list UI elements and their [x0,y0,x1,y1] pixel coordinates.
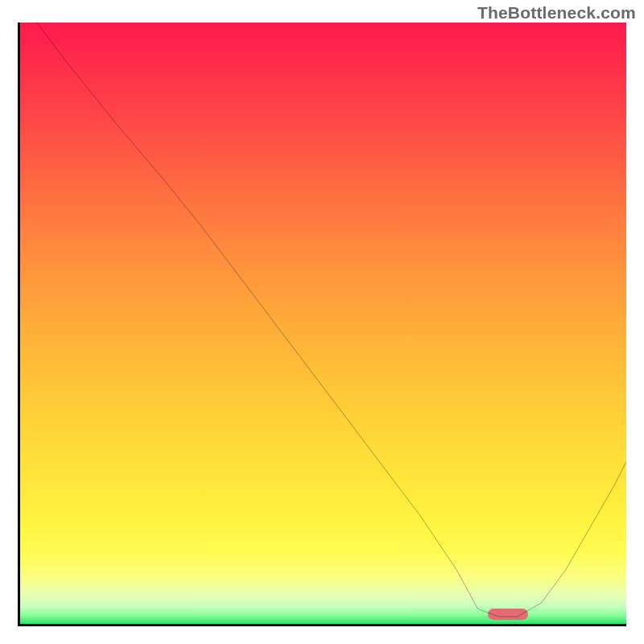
watermark-text: TheBottleneck.com [477,3,636,23]
curve-svg [20,23,626,624]
plot-area [18,23,626,626]
bottleneck-curve [32,23,626,617]
chart-container: TheBottleneck.com [0,0,644,644]
